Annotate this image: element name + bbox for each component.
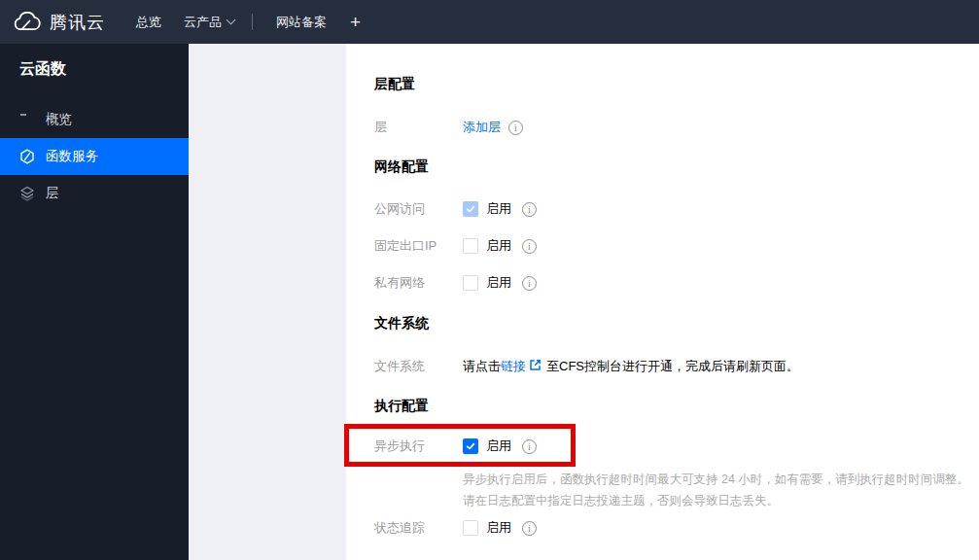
async-execution-row: 异步执行 启用 i <box>374 438 537 455</box>
section-header-network-config: 网络配置 <box>374 158 429 176</box>
private-network-checkbox[interactable] <box>463 275 478 291</box>
file-system-hint-after: 至CFS控制台进行开通，完成后请刷新页面。 <box>546 358 799 375</box>
private-network-row: 私有网络 启用 i <box>374 274 537 292</box>
grid-icon <box>19 112 35 127</box>
settings-content: 层配置 层 添加层 i 网络配置 公网访问 启用 i 固定出口IP 启用 i 私… <box>346 44 979 560</box>
file-system-label: 文件系统 <box>374 358 463 375</box>
layers-icon <box>19 186 35 201</box>
info-icon[interactable]: i <box>522 276 537 291</box>
info-icon[interactable]: i <box>522 239 537 254</box>
add-layer-link[interactable]: 添加层 <box>463 119 501 136</box>
section-header-layer-config: 层配置 <box>374 76 415 93</box>
tencent-cloud-console: { "topbar": { "brand": "腾讯云", "nav": [ {… <box>0 0 979 560</box>
public-network-row: 公网访问 启用 i <box>374 200 537 218</box>
enable-label: 启用 <box>486 274 511 292</box>
async-help-line2: 请在日志配置中指定日志投递主题，否则会导致日志丢失。 <box>463 490 969 511</box>
chevron-down-icon <box>227 16 236 25</box>
nav-icp-filing-label: 网站备案 <box>276 14 327 31</box>
nav-cloud-products[interactable]: 云产品 <box>184 0 234 44</box>
enable-label: 启用 <box>486 237 511 255</box>
nav-overview-label: 总览 <box>136 14 161 31</box>
brand[interactable]: 腾讯云 <box>13 0 105 44</box>
fixed-ip-checkbox[interactable] <box>463 238 478 254</box>
public-network-checkbox[interactable] <box>463 201 478 217</box>
enable-label: 启用 <box>486 519 511 537</box>
sidebar-menu: 概览 函数服务 层 <box>0 101 189 212</box>
brand-name: 腾讯云 <box>50 11 105 34</box>
enable-label: 启用 <box>486 200 511 218</box>
file-system-row: 文件系统 请点击 链接 至CFS控制台进行开通，完成后请刷新页面。 <box>374 358 799 375</box>
status-tracking-row: 状态追踪 启用 i <box>374 519 537 537</box>
add-nav-button[interactable]: + <box>350 0 361 44</box>
check-icon <box>465 440 476 452</box>
nav-cloud-products-label: 云产品 <box>184 14 222 31</box>
fixed-ip-label: 固定出口IP <box>374 237 463 255</box>
layer-row: 层 添加层 i <box>374 119 523 136</box>
file-system-hint-before: 请点击 <box>463 358 501 375</box>
nav-overview[interactable]: 总览 <box>136 0 161 44</box>
external-link-icon <box>529 358 542 375</box>
sidebar-title: 云函数 <box>0 44 189 80</box>
async-help-line1: 异步执行启用后，函数执行超时时间最大可支持 24 小时，如有需要，请到执行超时时… <box>463 469 969 490</box>
status-tracking-label: 状态追踪 <box>374 519 463 537</box>
nav-divider <box>252 14 253 30</box>
async-execution-checkbox[interactable] <box>463 438 478 454</box>
secondary-panel <box>189 44 346 560</box>
top-navbar: 腾讯云 总览 云产品 网站备案 + <box>0 0 979 44</box>
check-icon <box>465 203 476 215</box>
layer-row-label: 层 <box>374 119 463 136</box>
info-icon[interactable]: i <box>522 439 537 454</box>
cfs-console-link[interactable]: 链接 <box>501 358 526 375</box>
info-icon[interactable]: i <box>522 521 537 536</box>
sidebar-item-overview[interactable]: 概览 <box>0 101 189 138</box>
info-icon[interactable]: i <box>508 121 523 135</box>
private-network-label: 私有网络 <box>374 274 463 292</box>
info-icon[interactable]: i <box>522 202 537 217</box>
section-header-file-system: 文件系统 <box>374 315 429 332</box>
section-header-execution-config: 执行配置 <box>374 398 429 415</box>
enable-label: 启用 <box>486 438 511 455</box>
sidebar-item-function-service[interactable]: 函数服务 <box>0 138 189 175</box>
nav-icp-filing[interactable]: 网站备案 <box>276 0 327 44</box>
sidebar-item-label: 层 <box>46 185 59 202</box>
function-hexagon-icon <box>19 149 35 164</box>
status-tracking-checkbox[interactable] <box>463 520 478 536</box>
async-execution-label: 异步执行 <box>374 438 463 455</box>
sidebar: 云函数 概览 函数服务 <box>0 44 189 560</box>
public-network-label: 公网访问 <box>374 200 463 218</box>
async-execution-help: 异步执行启用后，函数执行超时时间最大可支持 24 小时，如有需要，请到执行超时时… <box>463 469 969 511</box>
sidebar-item-label: 函数服务 <box>46 148 98 165</box>
tencent-cloud-logo-icon <box>13 12 42 33</box>
sidebar-item-label: 概览 <box>46 111 72 128</box>
plus-icon: + <box>350 12 361 33</box>
sidebar-item-layers[interactable]: 层 <box>0 175 189 212</box>
fixed-ip-row: 固定出口IP 启用 i <box>374 237 537 255</box>
